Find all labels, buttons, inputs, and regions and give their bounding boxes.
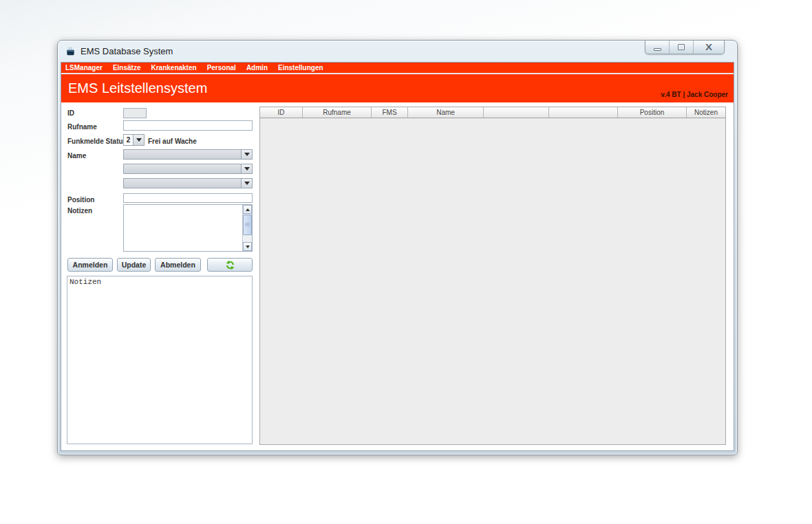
minimize-icon <box>654 48 661 51</box>
name-combobox-1[interactable] <box>123 149 253 160</box>
notes-textarea[interactable]: Notizen <box>67 276 253 444</box>
main-content: ID Rufname Funkmelde Status Name Positio… <box>61 102 734 450</box>
maximize-button[interactable] <box>670 41 694 54</box>
name-combobox-3[interactable] <box>123 178 253 188</box>
column-header-fms[interactable]: FMS <box>372 107 408 118</box>
menu-lsmanager[interactable]: LSManager <box>65 63 103 73</box>
close-button[interactable]: X <box>694 41 724 54</box>
fms-selected-value: 2 <box>124 135 133 145</box>
menu-einstellungen[interactable]: Einstellungen <box>278 63 323 73</box>
scroll-down-icon <box>246 245 250 248</box>
name-combobox-3-dropdown-button[interactable] <box>241 179 252 188</box>
client-area: LSManager Einsätze Krankenakten Personal… <box>61 62 734 451</box>
table-header-row: ID Rufname FMS Name Position Notizen <box>260 107 725 118</box>
fms-dropdown-button[interactable] <box>133 135 144 145</box>
scroll-up-icon <box>246 208 250 211</box>
menu-personal[interactable]: Personal <box>207 63 236 73</box>
header-banner: EMS Leitstellensystem v.4 BT | Jack Coop… <box>61 74 734 102</box>
version-user-label: v.4 BT | Jack Cooper <box>661 91 728 98</box>
refresh-icon <box>225 260 235 270</box>
scrollbar-thumb-grip <box>245 224 250 225</box>
id-label: ID <box>67 109 74 117</box>
column-header-blank-1[interactable] <box>484 107 549 118</box>
rufname-label: Rufname <box>67 123 97 131</box>
scrollbar-up-button[interactable] <box>243 205 252 214</box>
chevron-down-icon <box>244 167 250 171</box>
fms-label: Funkmelde Status <box>67 138 127 145</box>
personnel-table: ID Rufname FMS Name Position Notizen <box>259 107 726 445</box>
page-title: EMS Leitstellensystem <box>68 80 207 96</box>
column-header-notizen[interactable]: Notizen <box>687 107 725 118</box>
name-combobox-1-value <box>124 150 241 159</box>
column-header-name[interactable]: Name <box>408 107 484 118</box>
scrollbar-down-button[interactable] <box>243 242 252 251</box>
menu-admin[interactable]: Admin <box>246 63 268 73</box>
scrollbar-track[interactable] <box>243 214 252 242</box>
column-header-position[interactable]: Position <box>618 107 687 118</box>
column-header-blank-2[interactable] <box>549 107 618 118</box>
abmelden-button[interactable]: Abmelden <box>155 258 201 272</box>
menu-einsaetze[interactable]: Einsätze <box>113 63 141 73</box>
close-icon: X <box>705 43 712 52</box>
scrollbar-thumb[interactable] <box>243 215 252 235</box>
chevron-down-icon <box>244 153 250 156</box>
menu-krankenakten[interactable]: Krankenakten <box>151 63 196 73</box>
menu-bar: LSManager Einsätze Krankenakten Personal… <box>61 63 734 73</box>
fms-status-text: Frei auf Wache <box>148 138 197 145</box>
notizen-label: Notizen <box>67 207 92 215</box>
maximize-icon <box>678 44 685 50</box>
window-controls: X <box>645 41 725 54</box>
java-app-icon <box>65 46 76 56</box>
position-label: Position <box>67 196 94 204</box>
name-combobox-2-value <box>124 164 241 173</box>
chevron-down-icon <box>136 138 142 142</box>
name-combobox-2[interactable] <box>123 164 253 174</box>
update-button[interactable]: Update <box>117 258 151 272</box>
name-combobox-2-dropdown-button[interactable] <box>241 164 252 173</box>
anmelden-button[interactable]: Anmelden <box>67 258 113 272</box>
name-combobox-1-dropdown-button[interactable] <box>241 150 252 159</box>
name-combobox-3-value <box>124 179 241 188</box>
title-bar[interactable]: EMS Database System X <box>58 41 737 62</box>
column-header-id[interactable]: ID <box>260 107 303 118</box>
rufname-input[interactable] <box>123 120 253 131</box>
app-window: EMS Database System X LSManager Einsätze… <box>57 40 738 455</box>
window-title: EMS Database System <box>81 46 173 56</box>
notizen-textarea[interactable] <box>123 204 253 252</box>
position-input[interactable] <box>123 193 253 203</box>
id-field[interactable] <box>123 108 147 118</box>
table-body <box>260 119 725 444</box>
fms-combobox[interactable]: 2 <box>123 134 145 146</box>
refresh-button[interactable] <box>207 258 253 272</box>
notizen-scrollbar[interactable] <box>242 205 252 251</box>
column-header-rufname[interactable]: Rufname <box>303 107 372 118</box>
chevron-down-icon <box>244 182 250 185</box>
minimize-button[interactable] <box>645 41 670 54</box>
name-label: Name <box>67 152 86 160</box>
